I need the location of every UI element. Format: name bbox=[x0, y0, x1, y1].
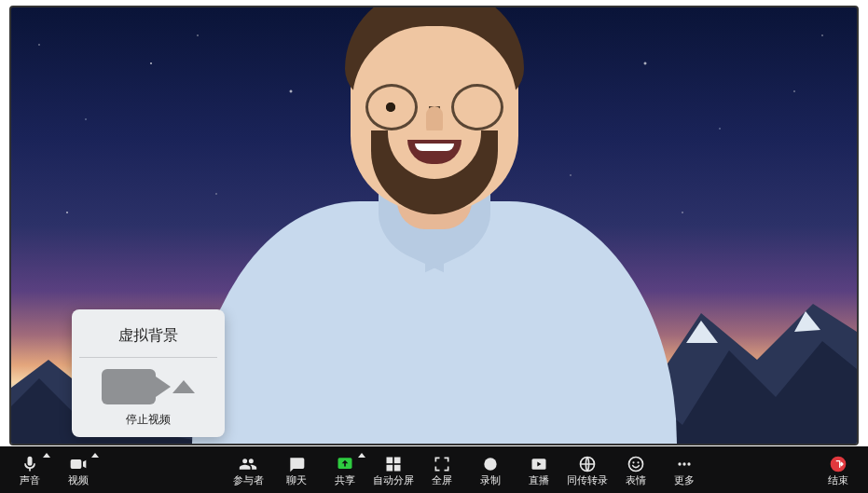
share-button[interactable]: 共享 bbox=[321, 447, 369, 492]
chat-icon bbox=[287, 455, 306, 473]
svg-rect-4 bbox=[394, 464, 401, 471]
share-screen-icon bbox=[336, 455, 354, 473]
svg-rect-1 bbox=[387, 457, 393, 463]
record-button[interactable]: 录制 bbox=[466, 447, 515, 492]
grid-icon bbox=[384, 455, 403, 473]
video-button[interactable]: 视频 bbox=[54, 447, 103, 492]
svg-point-11 bbox=[678, 462, 681, 465]
meeting-toolbar: 声音 视频 参与者 聊天 共享 自动分屏 全屏 bbox=[0, 446, 868, 493]
more-icon bbox=[675, 455, 694, 473]
svg-point-9 bbox=[632, 461, 634, 463]
leave-icon bbox=[829, 455, 847, 473]
popover-option-stop-video[interactable] bbox=[83, 365, 214, 406]
fullscreen-icon bbox=[433, 455, 451, 473]
stop-video-label: 停止视频 bbox=[83, 412, 214, 428]
chat-button[interactable]: 聊天 bbox=[272, 447, 321, 492]
svg-point-12 bbox=[682, 462, 685, 465]
chevron-up-icon[interactable] bbox=[91, 453, 99, 458]
chevron-up-icon[interactable] bbox=[43, 453, 50, 458]
live-button[interactable]: 直播 bbox=[515, 447, 563, 492]
camera-icon bbox=[102, 369, 156, 404]
svg-point-13 bbox=[687, 462, 690, 465]
participant-video bbox=[192, 15, 677, 444]
svg-rect-3 bbox=[387, 464, 393, 471]
end-meeting-button[interactable]: 结束 bbox=[814, 447, 862, 492]
more-button[interactable]: 更多 bbox=[660, 447, 709, 492]
svg-point-14 bbox=[831, 456, 847, 472]
participants-icon bbox=[239, 455, 257, 473]
record-icon bbox=[481, 455, 500, 473]
svg-point-8 bbox=[629, 457, 643, 471]
interpretation-button[interactable]: 同传转录 bbox=[563, 447, 612, 492]
video-window: 虚拟背景 停止视频 bbox=[9, 6, 859, 445]
popover-option-virtual-background[interactable]: 虚拟背景 bbox=[83, 321, 214, 357]
reactions-button[interactable]: 表情 bbox=[612, 447, 660, 492]
microphone-icon bbox=[21, 455, 39, 473]
chevron-up-icon bbox=[172, 380, 195, 393]
svg-point-10 bbox=[637, 461, 639, 463]
camera-icon bbox=[69, 455, 88, 473]
smile-icon bbox=[627, 455, 645, 473]
video-options-popover: 虚拟背景 停止视频 bbox=[72, 309, 225, 437]
svg-point-5 bbox=[484, 458, 496, 470]
auto-layout-button[interactable]: 自动分屏 bbox=[369, 447, 418, 492]
audio-button[interactable]: 声音 bbox=[6, 447, 54, 492]
participants-button[interactable]: 参与者 bbox=[224, 447, 272, 492]
svg-rect-2 bbox=[394, 457, 401, 463]
globe-icon bbox=[578, 455, 597, 473]
popover-divider bbox=[79, 357, 217, 358]
live-icon bbox=[530, 455, 548, 473]
fullscreen-button[interactable]: 全屏 bbox=[418, 447, 466, 492]
chevron-up-icon[interactable] bbox=[358, 453, 365, 458]
